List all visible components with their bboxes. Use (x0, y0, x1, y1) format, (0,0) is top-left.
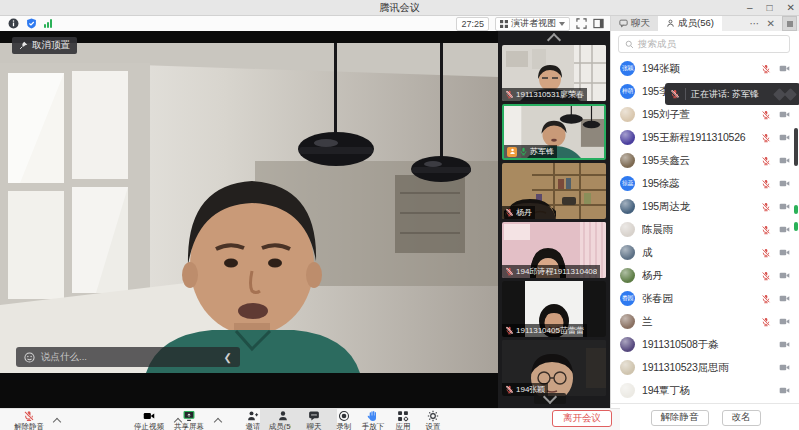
toolbar-icon (367, 410, 379, 422)
video-thumbnail[interactable]: 杨丹 (502, 163, 606, 219)
close-button[interactable]: ✕ (787, 0, 795, 15)
thumbnail-label: 1911310405苗蕾蕾 (502, 324, 587, 337)
quick-chat-bar[interactable]: 说点什么... ❮ (16, 347, 240, 367)
shield-icon[interactable] (26, 18, 37, 29)
video-thumbnail[interactable]: 1911310405苗蕾蕾 (502, 281, 606, 337)
toolbar-item-label: 邀请 (246, 423, 261, 430)
thumbnail-strip: 1911310531廖荣春 苏军锋 杨丹 (498, 31, 610, 408)
network-signal-icon[interactable] (44, 19, 52, 28)
member-row[interactable]: 1911310508于淼 (611, 333, 799, 356)
video-thumbnail[interactable]: 194张颖 (502, 340, 606, 396)
toolbar-item-label: 设置 (426, 423, 441, 430)
member-name: 195王新程1911310526 (642, 131, 761, 145)
member-row[interactable]: 陈晨雨 (611, 218, 799, 241)
thumbnails-scroll-down[interactable] (534, 393, 566, 404)
thumbnails-scroll-up[interactable] (498, 33, 610, 43)
member-row[interactable]: 195王新程1911310526 (611, 126, 799, 149)
member-row[interactable]: 成 (611, 241, 799, 264)
panel-more-button[interactable]: ⋯ (750, 18, 760, 29)
scrollbar-thumb[interactable] (794, 128, 798, 166)
member-avatar: 梓萌 (620, 84, 635, 99)
info-icon[interactable] (8, 18, 19, 29)
mic-status-icon (505, 267, 514, 276)
member-avatar: 春园 (620, 291, 635, 306)
member-row[interactable]: 杨丹 (611, 264, 799, 287)
host-badge-icon (507, 147, 517, 157)
member-row[interactable]: 195吴鑫云 (611, 149, 799, 172)
member-row[interactable]: 徐蕊 195徐蕊 (611, 172, 799, 195)
members-panel-footer: 解除静音 改名 (611, 403, 799, 430)
camera-icon (779, 247, 790, 258)
thumbnail-label: 194邱诗程1911310408 (502, 265, 600, 278)
tab-chat[interactable]: 聊天 (611, 16, 658, 31)
toolbar-icon (308, 410, 320, 422)
camera-icon (779, 178, 790, 189)
member-row[interactable]: 1911310523屈思雨 (611, 356, 799, 379)
video-thumbnail[interactable]: 1911310531廖荣春 (502, 45, 606, 101)
maximize-button[interactable]: □ (767, 0, 773, 15)
quick-chat-placeholder: 说点什么... (41, 351, 218, 364)
chat-bubble-icon (619, 19, 628, 28)
search-input[interactable]: 搜索成员 (618, 35, 790, 53)
member-avatar (620, 199, 635, 214)
rename-button[interactable]: 改名 (722, 410, 761, 426)
toolbar-icon (397, 410, 409, 422)
toolbar-item-label: 聊天 (307, 423, 322, 430)
view-mode-selector[interactable]: 演讲者视图 (495, 17, 570, 31)
mic-muted-icon (761, 179, 771, 189)
member-row[interactable]: 兰 (611, 310, 799, 333)
member-name: 1911310508于淼 (642, 338, 761, 352)
member-name: 195刘子萱 (642, 108, 761, 122)
panel-dock-button[interactable] (782, 16, 797, 31)
chevron-down-icon (543, 390, 557, 404)
video-thumbnail[interactable]: 苏军锋 (502, 104, 606, 160)
mic-muted-icon (761, 64, 771, 74)
toolbar-icon (338, 410, 350, 422)
video-thumbnail[interactable]: 194邱诗程1911310408 (502, 222, 606, 278)
panel-close-button[interactable]: ✕ (767, 18, 775, 29)
member-row[interactable]: 195周达龙 (611, 195, 799, 218)
member-name: 1911310523屈思雨 (642, 361, 761, 375)
participant-name: 1911310531廖荣春 (516, 89, 584, 100)
mic-muted-icon (761, 110, 771, 120)
participant-name: 194邱诗程1911310408 (516, 266, 597, 277)
title-bar: 腾讯会议 – □ ✕ (0, 0, 799, 16)
member-avatar: 徐蕊 (620, 176, 635, 191)
toolbar-mic-muted[interactable]: 解除静音 (6, 409, 52, 430)
toolbar-share-screen[interactable]: 共享屏幕 (166, 409, 212, 430)
member-row[interactable]: 张颖 194张颖 (611, 57, 799, 80)
toolbar-caret-mic-muted[interactable] (54, 409, 60, 430)
emoji-icon[interactable] (24, 352, 35, 363)
tab-members[interactable]: 成员(56) (658, 16, 722, 31)
toolbar-item-label: 应用 (396, 423, 411, 430)
side-panel-toggle-icon[interactable] (593, 18, 604, 29)
participant-name: 1911310405苗蕾蕾 (516, 325, 584, 336)
member-avatar (620, 314, 635, 329)
mic-muted-icon (761, 133, 771, 143)
member-avatar (620, 222, 635, 237)
thumbnail-label: 苏军锋 (504, 145, 557, 158)
camera-icon (779, 293, 790, 304)
mic-status-icon (505, 208, 514, 217)
fullscreen-icon[interactable] (576, 18, 587, 29)
member-row[interactable]: 春园 张春园 (611, 287, 799, 310)
mic-status-icon (519, 147, 528, 156)
mic-muted-icon (761, 294, 771, 304)
scrollbar-activity-marker (794, 205, 798, 214)
toolbar-caret-share-screen[interactable] (215, 409, 221, 430)
unmute-button[interactable]: 解除静音 (651, 410, 709, 426)
member-avatar (620, 153, 635, 168)
member-avatar: 张颖 (620, 61, 635, 76)
leave-meeting-button[interactable]: 离开会议 (552, 410, 612, 427)
minimize-button[interactable]: – (747, 0, 753, 15)
camera-icon (779, 132, 790, 143)
toolbar-icon (247, 410, 259, 422)
scrollbar-activity-marker (794, 222, 798, 231)
unpin-button[interactable]: 取消顶置 (12, 37, 77, 54)
member-row[interactable]: 194覃丁杨 (611, 379, 799, 402)
tooltip-deco (775, 90, 795, 99)
mic-muted-icon (761, 271, 771, 281)
collapse-left-icon[interactable]: ❮ (224, 352, 232, 363)
member-row[interactable]: 195刘子萱 (611, 103, 799, 126)
toolbar-settings[interactable]: 设置 (410, 409, 456, 430)
